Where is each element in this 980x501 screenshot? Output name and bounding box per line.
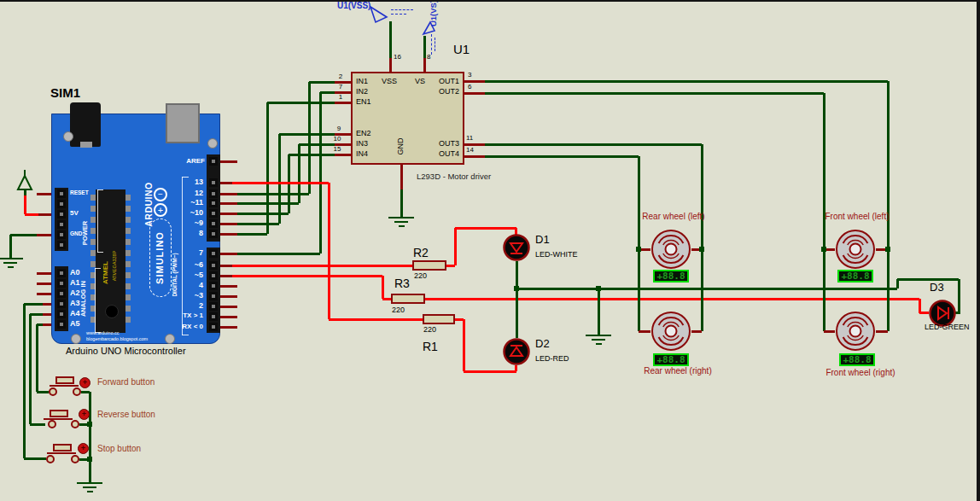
pin-label-12: 12 [181,189,203,197]
pin-number: 16 [394,54,401,61]
stop-button-cap [53,444,72,451]
motor-display: +88.8 [653,353,689,366]
pin-label-aref: AREF [174,158,205,165]
stop-button-actuator[interactable]: + [78,443,89,454]
pin-label-5v: 5V [70,210,79,217]
motor-display: +88.8 [653,270,689,283]
led-d1[interactable] [503,234,530,261]
atmega-brand-text: ATMEL [102,260,110,286]
pin-label-a5: A5 [70,320,80,328]
digital-header-top[interactable] [207,154,220,242]
vss-terminal-label[interactable]: U1(VSS) [337,2,370,10]
pin-number: 11 [466,135,481,142]
pin-number: 6 [468,84,483,90]
vss-terminal-dash-icon [391,14,406,15]
reverse-button-actuator[interactable]: + [79,409,90,420]
stop-button-base [47,452,76,454]
pin-label-11: ~11 [181,199,203,207]
screw-hole [207,138,218,149]
vs-terminal-icon[interactable] [422,20,439,38]
resistor-value: 220 [423,326,436,334]
vs-terminal-dash-icon [431,34,432,55]
power-group-label: POWER [82,216,90,250]
forward-button-terminal [73,387,81,396]
chip-pin-name: IN4 [356,150,368,158]
chip-pin-name: IN2 [356,88,368,96]
pin-label-a2: A2 [70,289,80,297]
reverse-button-terminal [71,420,79,428]
resistor-r1[interactable] [423,314,455,324]
motor-wheel[interactable] [835,229,876,270]
pin-label-tx1: TX > 1 [172,312,203,319]
screw-hole [71,334,81,344]
stop-button-label: Stop button [97,445,141,453]
power-jack [70,102,101,147]
board-url-2: blogembarcado.blogspot.com [86,337,148,342]
chip-pin-name: OUT4 [427,150,459,158]
pin-number: 14 [466,147,481,154]
reverse-button-label: Reverse button [97,411,155,419]
chip-pin-name: IN3 [356,140,368,148]
motor-wheel[interactable] [650,311,691,352]
stop-button-terminal [46,455,55,463]
forward-button-terminal [49,387,57,396]
board-url-1: www.arduino.cc [86,331,120,336]
led-d2[interactable] [503,338,530,365]
chip-pin-name: EN2 [356,130,371,137]
pin-number: 3 [468,72,483,79]
pin-label-13: 13 [181,178,203,186]
pin-label-8: 8 [181,230,203,237]
chip-pin-name: OUT1 [427,78,459,85]
led-model: LED-GREEN [925,323,970,331]
chip-pin-name: IN1 [356,78,368,85]
reverse-button-cap [50,410,68,417]
chip-ref: U1 [453,43,470,55]
pin-label-a3: A3 [70,300,80,307]
motor-display: +88.8 [837,270,873,283]
pin-number: 1 [335,94,347,101]
forward-button-label: Forward button [97,378,155,387]
led-ref: D3 [930,282,944,293]
resistor-r3[interactable] [391,294,425,304]
vss-terminal-icon[interactable] [367,4,391,25]
power-terminal-icon[interactable] [15,167,34,191]
digital-group-label: DIGITAL (PWM~) [172,245,181,305]
resistor-value: 220 [392,306,405,314]
pin-label-rx0: RX < 0 [172,323,203,330]
motor-wheel[interactable] [835,311,876,352]
pin-label-a0: A0 [70,269,80,277]
motor-label: Rear wheel (left) [627,212,720,221]
led-model: LED-RED [535,355,569,363]
chip-pin-name: VSS [379,78,400,85]
power-jack-pin [80,142,92,148]
stop-button-terminal [71,455,79,463]
chip-caption: L293D - Motor driver [417,172,491,181]
schematic-canvas[interactable]: U1(VSS) U1(VS) IN1 IN2 EN1 EN2 IN3 IN4 V… [0,0,980,501]
pin-label-10: ~10 [181,209,203,217]
arduino-ref: SIM1 [50,86,80,99]
motor-wheel[interactable] [650,229,691,270]
resistor-ref: R1 [423,341,438,352]
reset-minus-icon: − [154,188,167,201]
led-model: LED-WHITE [535,251,578,259]
pin-number: 2 [335,73,347,80]
reverse-button-terminal [48,420,56,428]
motor-display: +88.8 [839,353,875,366]
motor-label: Rear wheel (right) [631,366,725,376]
pin-number: 8 [427,54,430,61]
chip-pin-name-gnd: GND [397,135,406,159]
motor-label: Front wheel (right) [814,368,907,377]
pin-label-a4: A4 [70,310,80,317]
forward-button-actuator[interactable]: + [79,377,90,388]
pin-number: 10 [331,136,343,143]
screw-hole [63,131,73,142]
pin-label-a1: A1 [70,279,80,287]
forward-button-base [50,385,79,387]
forward-button-cap [55,376,74,384]
pin-label-9: ~9 [181,219,203,227]
reset-plus-icon: + [154,203,167,217]
resistor-r2[interactable] [412,260,446,271]
pin-number: 9 [333,125,345,132]
led-ref: D2 [535,338,550,349]
resistor-ref: R2 [413,247,429,259]
